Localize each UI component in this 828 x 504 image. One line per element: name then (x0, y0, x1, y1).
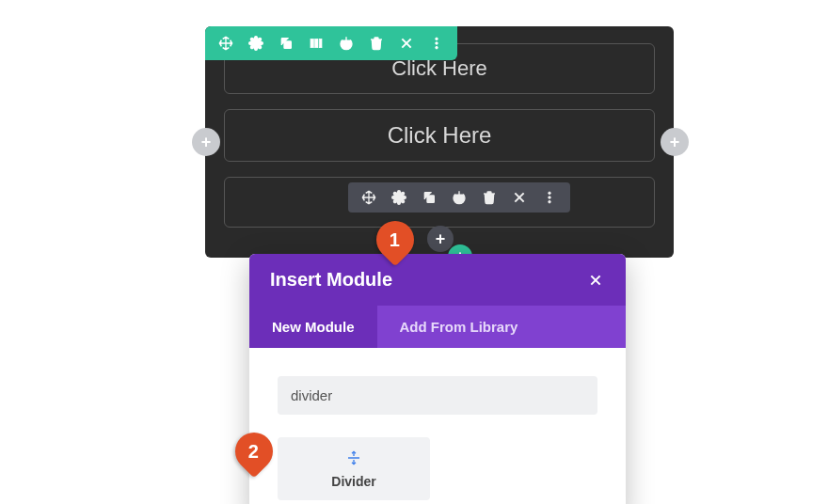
plus-icon: + (436, 229, 446, 249)
module-label: Click Here (388, 122, 492, 149)
svg-point-8 (436, 38, 438, 40)
module-toolbar (348, 182, 570, 213)
power-icon[interactable] (339, 36, 354, 51)
modal-tabs: New Module Add From Library (249, 306, 626, 348)
module-option-divider[interactable]: Divider (278, 437, 430, 500)
module-option-label: Divider (285, 474, 422, 489)
close-icon[interactable] (512, 190, 527, 205)
svg-point-9 (436, 42, 438, 45)
plus-icon: + (201, 133, 212, 152)
svg-rect-4 (319, 39, 322, 47)
columns-icon[interactable] (309, 36, 324, 51)
trash-icon[interactable] (482, 190, 497, 205)
divider-icon (285, 450, 422, 470)
tab-new-module[interactable]: New Module (249, 306, 377, 348)
modal-close-button[interactable] (586, 271, 605, 290)
modal-body: Divider (249, 348, 626, 504)
svg-point-18 (549, 200, 551, 203)
svg-point-16 (549, 192, 551, 195)
gear-icon[interactable] (248, 36, 263, 51)
builder-section: Click Here Click Here Click Here (205, 26, 674, 258)
tab-label: Add From Library (400, 319, 518, 335)
svg-rect-2 (310, 39, 313, 47)
svg-point-17 (549, 197, 551, 199)
trash-icon[interactable] (369, 36, 384, 51)
tab-label: New Module (272, 319, 355, 335)
insert-module-modal: Insert Module New Module Add From Librar… (249, 254, 626, 504)
move-icon[interactable] (218, 36, 233, 51)
more-icon[interactable] (429, 36, 444, 51)
duplicate-icon[interactable] (279, 36, 294, 51)
module-search-input[interactable] (278, 376, 597, 415)
add-module-button[interactable]: + (427, 226, 454, 252)
tab-add-from-library[interactable]: Add From Library (377, 306, 541, 348)
more-icon[interactable] (542, 190, 557, 205)
svg-rect-1 (284, 41, 291, 48)
svg-rect-3 (315, 39, 318, 47)
plus-icon: + (670, 133, 680, 152)
svg-rect-12 (427, 196, 434, 202)
add-column-right-button[interactable]: + (661, 128, 689, 156)
duplicate-icon[interactable] (422, 190, 437, 205)
close-icon[interactable] (399, 36, 414, 51)
svg-point-10 (436, 46, 438, 49)
power-icon[interactable] (452, 190, 467, 205)
add-column-left-button[interactable]: + (192, 128, 220, 156)
modal-header: Insert Module (249, 254, 626, 306)
move-icon[interactable] (361, 190, 376, 205)
gear-icon[interactable] (391, 190, 406, 205)
section-toolbar (205, 26, 457, 60)
modal-title: Insert Module (270, 269, 392, 291)
module-row[interactable]: Click Here (224, 109, 655, 162)
